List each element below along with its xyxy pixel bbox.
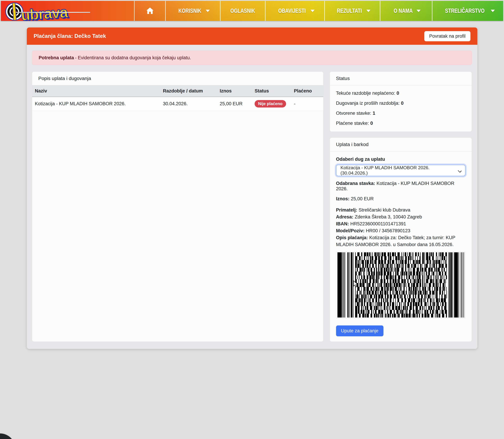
status-line: Dugovanja iz prošlih razdoblja:0 [336,101,466,106]
home-icon [146,7,154,15]
status-badge: Nije plaćeno [255,100,286,108]
status-line: Otvorene stavke:1 [336,111,466,116]
page-header-bar: Plaćanja člana: Dečko Tatek Povratak na … [27,27,477,45]
col-naziv: Naziv [32,85,160,97]
payee-line: Primatelj:Streličarski klub Dubrava [336,207,466,214]
uplata-card-title: Uplata i barkod [330,138,472,151]
mouse-cursor [353,280,360,288]
selected-item-line: Odabrana stavka:Kotizacija - KUP MLADIH … [336,181,466,192]
alert-text: - Evidentirana su dodatna dugovanja koja… [75,55,191,60]
payee-line: Model/Poziv:HR00 / 34567890123 [336,227,466,234]
cell-iznos: 25,00 EUR [217,97,252,111]
uplata-card: Uplata i barkod Odaberi dug za uplatu Ko… [330,138,472,342]
chevron-down-icon [310,10,315,12]
page-title: Plaćanja člana: Dečko Tatek [34,33,106,39]
payments-card-title: Popis uplata i dugovanja [32,72,323,85]
status-card-title: Status [330,72,472,85]
payments-table: Naziv Razdoblje / datum Iznos Status Pla… [32,85,323,111]
debt-select-value: Kotizacija - KUP MLADIH SAMOBOR 2026. (3… [340,165,455,176]
nav-home[interactable] [134,1,165,21]
nav-rezultati[interactable]: REZULTATI [324,1,380,21]
payment-instructions-button[interactable]: Upute za plaćanje [336,325,383,336]
col-status: Status [252,85,291,97]
col-razdoblje: Razdoblje / datum [160,85,217,97]
chevron-down-icon [366,10,370,12]
amount-line: Iznos:25,00 EUR [336,196,466,202]
cell-razdoblje: 30.04.2026. [160,97,217,111]
chevron-down-icon [458,169,462,173]
nav-o-nama[interactable]: O NAMA [380,1,432,21]
back-to-profile-button[interactable]: Povratak na profil [424,31,470,41]
select-debt-label: Odaberi dug za uplatu [336,157,466,162]
nav-oglasnik[interactable]: OGLASNIK [220,1,265,21]
nav-strelicarstvo[interactable]: STRELIČARSTVO [432,1,503,21]
chevron-down-icon [416,10,421,12]
status-line: Plaćene stavke:0 [336,121,466,126]
alert-title: Potrebna uplata [39,55,74,60]
col-iznos: Iznos [217,85,252,97]
nav-obavijesti[interactable]: OBAVIJESTI [265,1,324,21]
payment-required-alert: Potrebna uplata- Evidentirana su dodatna… [32,51,472,65]
logo-arrow-icon [16,12,90,13]
club-logo[interactable]: ubrava [1,1,134,21]
main-navbar: ubrava KORISNIK OGLASNIK OBAVIJESTI REZU… [1,1,503,21]
payee-line: IBAN:HR5223600001101471391 [336,220,466,227]
chevron-down-icon [206,10,210,12]
debt-select[interactable]: Kotizacija - KUP MLADIH SAMOBOR 2026. (3… [336,165,466,176]
nav-korisnik[interactable]: KORISNIK [165,1,220,21]
col-placeno: Plaćeno [291,85,323,97]
corner-widget-button[interactable] [0,433,15,439]
status-line: Tekuće razdoblje neplaćeno:0 [336,91,466,96]
chevron-down-icon [491,10,495,12]
payee-line: Adresa:Zdenka Škreba 3, 10040 Zagreb [336,214,466,220]
main-panel: Plaćanja člana: Dečko Tatek Povratak na … [27,27,477,349]
payments-card: Popis uplata i dugovanja Naziv Razdoblje… [32,72,323,342]
payee-line: Opis plaćanja:Kotizacija za: Dečko Tatek… [336,234,466,248]
cell-placeno: - [291,97,323,111]
table-row: Kotizacija - KUP MLADIH SAMOBOR 2026. 30… [32,97,323,111]
status-card: Status Tekuće razdoblje neplaćeno:0 Dugo… [330,72,472,132]
payee-details: Primatelj:Streličarski klub Dubrava Adre… [336,207,466,248]
cell-naziv: Kotizacija - KUP MLADIH SAMOBOR 2026. [32,97,160,111]
cell-status: Nije plaćeno [252,97,291,111]
